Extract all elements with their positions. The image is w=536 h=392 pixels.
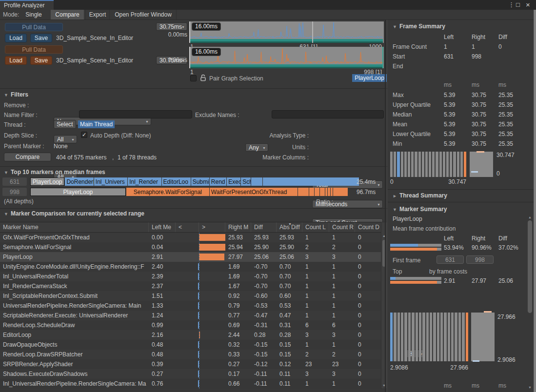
table-row[interactable]: Shadows.ExecuteDrawShadows0.270.17-0.110… xyxy=(0,369,381,379)
top10-segment[interactable]: WaitForPresentOnGfxThread xyxy=(210,188,298,196)
table-row[interactable]: DrawOpaqueObjects0.480.32-0.150.15110 xyxy=(0,340,381,350)
save-left-button[interactable]: Save xyxy=(30,34,52,42)
frame-graph-right[interactable]: 16.00ms xyxy=(189,47,384,68)
top10-segment[interactable] xyxy=(315,188,319,196)
top10-header[interactable]: ▼Top 10 markers on median frames xyxy=(4,169,105,176)
table-row[interactable]: RenderLoop.DrawSRPBatcher0.480.33-0.150.… xyxy=(0,350,381,359)
top10-segment[interactable]: Exec xyxy=(227,177,240,186)
compare-button[interactable]: Compare xyxy=(4,153,51,161)
column-header-count-left[interactable]: Count L xyxy=(302,222,329,232)
right-median-cell: 0.66 xyxy=(225,380,251,387)
auto-depth-checkbox[interactable]: ✓ xyxy=(81,132,87,138)
table-row[interactable]: Inl_UniversalRenderPipeline.RenderSingle… xyxy=(0,379,381,389)
scroll-up-icon[interactable]: ▲ xyxy=(527,216,533,219)
column-header-left-median[interactable]: Left Me xyxy=(149,222,176,232)
column-header-abs-diff[interactable]: ▼Abs Diff xyxy=(277,222,302,232)
thread-select-button[interactable]: Select xyxy=(54,120,76,129)
top10-segment[interactable] xyxy=(325,188,328,196)
right-panel-scrollbar[interactable]: ▲ ▼ xyxy=(527,215,533,390)
table-row[interactable]: RenderLoop.ScheduleDraw0.990.69-0.310.31… xyxy=(0,320,381,330)
marker-summary-header[interactable]: ▼Marker Summary xyxy=(393,206,447,213)
top10-segment[interactable]: DoRenderl xyxy=(65,177,93,186)
column-header-count-diff[interactable]: Count D xyxy=(355,222,381,232)
graph-selection-chip[interactable]: PlayerLoop xyxy=(352,74,387,82)
table-row[interactable]: PlayerLoop2.9127.9725.0625.06330 xyxy=(0,252,381,262)
marker-summary-histogram[interactable] xyxy=(390,313,468,361)
close-icon[interactable]: × xyxy=(526,0,530,9)
maximize-icon[interactable]: □ xyxy=(516,1,520,8)
scroll-down-icon[interactable]: ▼ xyxy=(381,384,387,387)
top10-segment[interactable] xyxy=(263,177,359,186)
pull-data-right-button[interactable]: Pull Data xyxy=(5,45,63,54)
frame-graph-left[interactable]: 16.00ms xyxy=(189,21,384,43)
top10-segment[interactable] xyxy=(309,188,314,196)
thread-summary-header[interactable]: ►Thread Summary xyxy=(393,192,447,199)
top10-segment[interactable]: Semaphore.WaitForSignal xyxy=(126,188,209,196)
table-row[interactable]: SRPBRender.ApplyShader0.390.27-0.120.122… xyxy=(0,359,381,369)
diff-cell: -0.53 xyxy=(251,302,277,309)
top10-segment[interactable]: PlayerLoop xyxy=(30,188,126,196)
mode-compare-button[interactable]: Compare xyxy=(51,10,84,20)
top10-segment[interactable] xyxy=(333,188,347,196)
column-header-marker-name[interactable]: Marker Name xyxy=(0,222,149,232)
tab-profile-analyzer[interactable]: Profile Analyzer xyxy=(0,0,54,10)
pair-graph-checkbox[interactable] xyxy=(190,75,197,81)
top10-segment[interactable]: Inl_Univers xyxy=(94,177,127,186)
pull-data-left-button[interactable]: Pull Data xyxy=(5,23,63,31)
load-right-label: Load xyxy=(9,57,22,64)
lock-icon[interactable] xyxy=(200,74,206,81)
name-filter-mode-dropdown[interactable]: All▼ xyxy=(54,135,77,143)
window-edge-scrollbar[interactable] xyxy=(534,10,536,392)
filters-header[interactable]: ▼Filters xyxy=(4,91,28,98)
top10-segment[interactable]: Sch xyxy=(241,177,251,186)
right-median-cell: 2.44 xyxy=(225,332,251,338)
frame-summary-histogram[interactable] xyxy=(390,152,466,177)
marker-comparison-header[interactable]: ▼Marker Comparison for currently selecte… xyxy=(4,210,144,217)
right-panel-scrollbar-thumb[interactable] xyxy=(528,220,532,313)
range-dropdown-left[interactable]: 30.75ms▼ xyxy=(156,22,187,31)
top10-segment[interactable]: Submi xyxy=(191,177,209,186)
column-header-right-median[interactable]: Right M xyxy=(225,222,251,232)
table-row[interactable]: Inl_UniversalRenderTotal2.391.69-0.700.7… xyxy=(0,272,381,281)
column-header-gt[interactable]: > xyxy=(199,222,225,232)
column-header-diff[interactable]: Diff xyxy=(251,222,277,232)
mode-single-button[interactable]: Single xyxy=(18,10,50,20)
top10-segment[interactable] xyxy=(251,177,262,186)
histogram-bar xyxy=(412,313,414,361)
menu-icon[interactable]: ⋮ xyxy=(508,1,515,8)
top10-segment[interactable] xyxy=(320,188,325,196)
export-button[interactable]: Export xyxy=(85,10,110,20)
summary-right-value: 30.75 xyxy=(472,101,486,108)
name-filter-input[interactable] xyxy=(79,110,192,118)
table-row[interactable]: UniversalRenderPipeline.RenderSingleCame… xyxy=(0,301,381,311)
table-row[interactable]: Inl_ScriptableRenderContext.Submit1.510.… xyxy=(0,291,381,301)
table-row[interactable]: Semaphore.WaitForSignal0.0425.9425.9025.… xyxy=(0,242,381,252)
column-header-lt[interactable]: < xyxy=(176,222,199,232)
load-right-button[interactable]: Load xyxy=(5,56,27,65)
top10-segment[interactable]: PlayerLoop xyxy=(30,177,64,186)
top10-segment[interactable]: Rend xyxy=(210,177,227,186)
top10-segment[interactable]: EditorLoo xyxy=(162,177,191,186)
scroll-up-icon[interactable]: ▲ xyxy=(381,234,387,237)
first-frame-left-button[interactable]: 631 xyxy=(437,255,464,264)
open-profiler-button[interactable]: Open Profiler Window xyxy=(110,10,177,20)
top10-segment[interactable] xyxy=(298,188,308,196)
top10-segment[interactable] xyxy=(331,188,333,196)
first-frame-right-button[interactable]: 998 xyxy=(466,255,494,264)
load-left-button[interactable]: Load xyxy=(5,34,27,42)
table-row[interactable]: Inl_RenderCameraStack2.371.67-0.700.7011… xyxy=(0,281,381,291)
scroll-down-icon[interactable]: ▼ xyxy=(527,386,533,389)
column-header-count-right[interactable]: Count R xyxy=(329,222,355,232)
table-row[interactable]: ScriptableRenderer.Execute: UniversalRen… xyxy=(0,311,381,320)
top10-segment[interactable]: Inl_Render xyxy=(128,177,161,186)
top10-segment[interactable] xyxy=(328,188,330,196)
count-diff-cell: 0 xyxy=(355,244,381,251)
top10-frame-number-right[interactable]: 998 xyxy=(2,188,27,196)
frame-summary-header[interactable]: ▼Frame Summary xyxy=(393,23,445,30)
top10-frame-number-left[interactable]: 631 xyxy=(2,177,27,186)
table-row[interactable]: EditorLoop2.162.440.280.28330 xyxy=(0,330,381,340)
table-row[interactable]: Gfx.WaitForPresentOnGfxThread0.0025.9325… xyxy=(0,233,381,242)
table-row[interactable]: UnityEngine.CoreModule.dll!UnityEngine.R… xyxy=(0,262,381,272)
save-right-button[interactable]: Save xyxy=(30,56,52,65)
exclude-names-input[interactable] xyxy=(272,110,384,118)
